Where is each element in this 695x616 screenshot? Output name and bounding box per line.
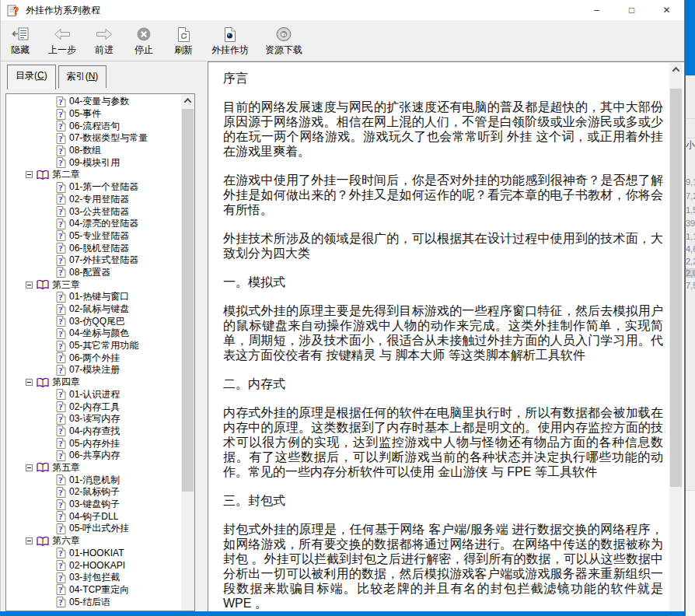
tree-scrollbar-thumb[interactable] <box>182 109 194 492</box>
background-text-fragment: 7,5 <box>686 281 695 290</box>
svg-text:?: ? <box>58 122 62 131</box>
maximize-button[interactable]: □ <box>614 0 649 20</box>
tree-topic-row[interactable]: ? 07-模块注册 <box>6 364 181 376</box>
tree-chapter-row[interactable]: 第六章 <box>6 535 181 548</box>
topic-question-icon: ? <box>56 414 66 425</box>
hide-panel-icon <box>12 26 29 43</box>
back-button[interactable]: 上一步 <box>45 25 79 58</box>
hide-button[interactable]: 隐藏 <box>5 25 35 58</box>
tree-topic-row[interactable]: ? 05-内存外挂 <box>6 437 181 450</box>
tree-topic-row[interactable]: ? 03-读写内存 <box>6 413 181 425</box>
tree-topic-row[interactable]: ? 08-配置器 <box>6 267 181 279</box>
expand-minus-icon[interactable] <box>26 537 33 544</box>
tree-topic-row[interactable]: ? 04-变量与参数 <box>6 96 181 108</box>
tree-topic-row[interactable]: ? 08-数组 <box>6 145 181 157</box>
tab-contents[interactable]: 目录(C) <box>7 65 56 89</box>
expand-minus-icon[interactable] <box>26 282 33 289</box>
topic-question-icon: ? <box>56 316 66 327</box>
tree-topic-row[interactable]: ? 04-钩子DLL <box>6 510 181 523</box>
tree-topic-row[interactable]: ? 02-鼠标与键盘 <box>6 303 181 316</box>
tree-topic-row[interactable]: ? 04-TCP重定向 <box>6 584 181 597</box>
topic-question-icon: ? <box>56 365 66 376</box>
minimize-button[interactable]: – <box>579 0 614 20</box>
tree-topic-row[interactable]: ? 05-结后语 <box>6 596 181 608</box>
tree-topic-row[interactable]: ? 07-外挂式登陆器 <box>6 254 181 267</box>
tree-topic-row[interactable]: ? 01-消息机制 <box>6 474 181 486</box>
paragraph: 封包式外挂的原理是，任何基于网络 客户端/服务端 进行数据交换的网络程序，如网络… <box>223 522 663 611</box>
topic-question-icon: ? <box>56 243 66 254</box>
content-scrollbar-thumb[interactable] <box>670 89 682 487</box>
topic-question-icon: ? <box>56 145 66 156</box>
forward-button[interactable]: 前进 <box>89 25 119 58</box>
expand-minus-icon[interactable] <box>26 171 33 178</box>
tree-topic-row[interactable]: ? 05-其它常用功能 <box>6 340 181 352</box>
tree-topic-row[interactable]: ? 02-内存工具 <box>6 401 181 413</box>
svg-text:?: ? <box>58 220 62 229</box>
topic-content-pane: 序言 目前的网络发展速度与网民的扩张速度还有电脑的普及都是超快的，其中大部份原因… <box>208 61 684 611</box>
tree-topic-row[interactable]: ? 02-鼠标钩子 <box>6 486 181 499</box>
tree-chapter-row[interactable]: 第二章 <box>6 169 181 181</box>
tree-topic-row[interactable]: ? 02-专用登陆器 <box>6 194 181 206</box>
topic-question-icon: ? <box>56 341 66 352</box>
tree-topic-row[interactable]: ? 09-模块引用 <box>6 156 181 169</box>
stop-button[interactable]: 停止 <box>129 25 159 58</box>
document-text: 序言 目前的网络发展速度与网民的扩张速度还有电脑的普及都是超快的，其中大部份原因… <box>223 71 663 611</box>
svg-text:?: ? <box>58 98 62 107</box>
tree-chapter-row[interactable]: 第三章 <box>6 278 181 291</box>
scroll-up-icon[interactable] <box>669 63 683 76</box>
topic-question-icon: ? <box>56 109 66 120</box>
tree-topic-row[interactable]: ? 07-数据类型与常量 <box>6 132 181 145</box>
tree-topic-row[interactable]: ? 03-仿QQ尾巴 <box>6 315 181 327</box>
tree-topic-row[interactable]: ? 03-封包拦截 <box>6 572 181 584</box>
tree-topic-row[interactable]: ? 01-第一个登陆器 <box>6 181 181 194</box>
topic-question-icon: ? <box>56 425 66 436</box>
expand-minus-icon[interactable] <box>26 379 33 386</box>
tree-topic-row[interactable]: ? 06-共享内存 <box>6 450 181 462</box>
workshop-button[interactable]: 外挂作坊 <box>208 25 252 58</box>
close-button[interactable]: ✕ <box>649 0 684 20</box>
svg-text:?: ? <box>58 135 62 143</box>
svg-text:?: ? <box>282 30 286 38</box>
topic-question-icon: ? <box>56 121 66 131</box>
background-text-fragment: 7,2 <box>686 191 695 201</box>
background-window-sliver: 小9,17,21,539,41,14,62,22,07,5 <box>686 0 695 616</box>
tree-chapter-row[interactable]: 第五章 <box>6 462 181 474</box>
refresh-button[interactable]: 刷新 <box>169 25 198 58</box>
content-scrollbar[interactable] <box>669 63 683 611</box>
resource-download-icon: ? <box>275 26 292 43</box>
toolbar: 隐藏 上一步 前进 停止 刷新 外挂作坊 ? 资源下载 <box>1 20 684 61</box>
tree-topic-row[interactable]: ? 01-热键与窗口 <box>6 291 181 303</box>
tree-chapter-row[interactable]: 第四章 <box>6 376 181 389</box>
paragraph: 目前的网络发展速度与网民的扩张速度还有电脑的普及都是超快的，其中大部份原因源于网… <box>223 100 663 159</box>
background-text-fragment: 4,6 <box>686 244 695 254</box>
tab-index[interactable]: 索引(N) <box>58 65 107 88</box>
download-button[interactable]: ? 资源下载 <box>262 25 306 58</box>
tree-topic-row[interactable]: ? 04-内存查找 <box>6 425 181 438</box>
tree-topic-row[interactable]: ? 04-漂亮的登陆器 <box>6 218 181 230</box>
svg-text:?: ? <box>58 330 62 338</box>
background-window-panel: 小9,17,21,539,41,14,62,22,07,5 <box>686 75 695 616</box>
scroll-up-icon[interactable] <box>181 94 194 107</box>
tree-topic-row[interactable]: ? 06-两个外挂 <box>6 352 181 364</box>
tree-topic-row[interactable]: ? 03-键盘钩子 <box>6 499 181 511</box>
tree-topic-row[interactable]: ? 05-事件 <box>6 108 181 121</box>
tree-scrollbar[interactable] <box>181 94 194 611</box>
tree-topic-row[interactable]: ? 01-认识进程 <box>6 389 181 401</box>
svg-text:?: ? <box>58 147 62 156</box>
svg-text:?: ? <box>58 488 62 497</box>
topic-question-icon: ? <box>56 267 66 278</box>
tree-topic-row[interactable]: ? 06-脱机登陆器 <box>6 242 181 254</box>
tree-topic-row[interactable]: ? 03-公共登陆器 <box>6 205 181 218</box>
topic-question-icon: ? <box>56 487 66 498</box>
tree-topic-row[interactable]: ? 05-呼出式外挂 <box>6 523 181 535</box>
tree-topic-row[interactable]: ? 02-HOOKAPI <box>6 559 181 572</box>
tree-topic-row[interactable]: ? 04-坐标与颜色 <box>6 327 181 340</box>
tree-topic-row[interactable]: ? 01-HOOKIAT <box>6 547 181 559</box>
tree-topic-row[interactable]: ? 06-流程语句 <box>6 120 181 132</box>
background-text-fragment: 9,1 <box>686 177 695 187</box>
svg-text:?: ? <box>58 257 62 265</box>
tree-topic-row[interactable]: ? 05-专业登陆器 <box>6 230 181 243</box>
expand-minus-icon[interactable] <box>26 464 33 471</box>
topic-question-icon: ? <box>56 450 66 461</box>
topic-question-icon: ? <box>56 584 66 595</box>
